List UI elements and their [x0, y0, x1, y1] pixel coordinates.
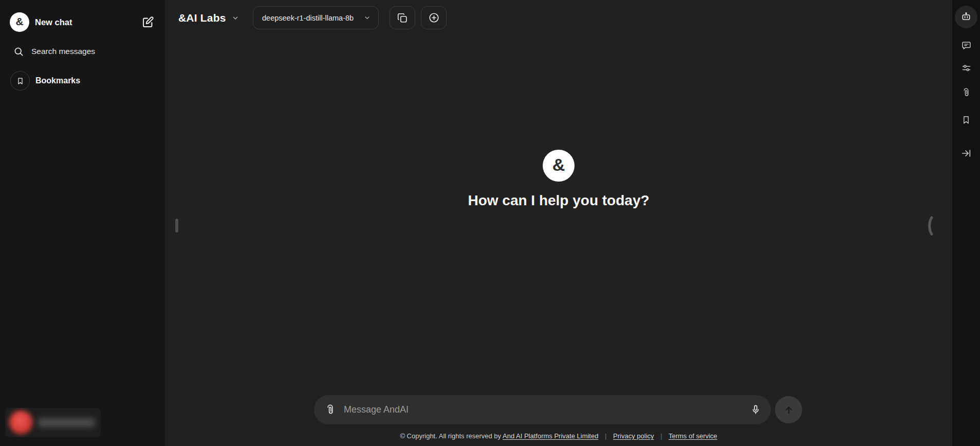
blurred-logo	[9, 411, 33, 434]
rail-attachments-button[interactable]	[955, 81, 977, 104]
model-selector-value: deepseek-r1-distill-llama-8b	[262, 14, 354, 22]
chevron-down-icon	[363, 14, 371, 22]
model-selector[interactable]: deepseek-r1-distill-llama-8b	[253, 6, 379, 29]
chat-main: &AI Labs deepseek-r1-distill-llama-8b	[165, 0, 952, 446]
skip-to-end-icon	[960, 148, 972, 159]
bookmark-circle	[10, 71, 30, 91]
microphone-icon	[750, 404, 762, 416]
footer-separator: |	[656, 432, 667, 440]
rail-settings-button[interactable]	[955, 57, 977, 79]
right-rail	[952, 0, 980, 446]
rail-conversations-button[interactable]	[955, 34, 977, 57]
paperclip-icon	[324, 404, 336, 416]
sliders-icon	[961, 63, 972, 74]
search-messages-button[interactable]: Search messages	[13, 45, 95, 58]
rail-bookmarks-button[interactable]	[955, 109, 977, 131]
search-messages-label: Search messages	[31, 47, 95, 56]
bookmarks-label: Bookmarks	[35, 76, 80, 85]
bookmark-icon	[961, 115, 971, 125]
attach-file-button[interactable]	[323, 403, 337, 417]
plus-circle-icon	[428, 12, 440, 24]
robot-icon	[960, 11, 972, 23]
message-input[interactable]	[344, 404, 744, 415]
new-conversation-button[interactable]	[421, 6, 447, 29]
rail-assistant-button[interactable]	[955, 6, 977, 28]
workspace-switcher[interactable]: &AI Labs	[178, 8, 239, 28]
new-chat-label: New chat	[35, 17, 72, 27]
chevron-down-icon	[231, 14, 239, 22]
arrow-up-icon	[783, 404, 795, 416]
bookmarks-button[interactable]: Bookmarks	[10, 71, 80, 91]
company-link[interactable]: And AI Platforms Private Limited	[503, 432, 598, 440]
copyright-text: © Copyright. All rights reserved by	[400, 432, 501, 440]
search-icon	[13, 46, 24, 57]
app-window: & New chat Search messages	[0, 0, 980, 446]
copy-icon	[397, 12, 408, 24]
new-chat-button[interactable]: & New chat	[10, 12, 72, 32]
paperclip-icon	[961, 87, 971, 98]
footer-separator: |	[600, 432, 611, 440]
left-sidebar: & New chat Search messages	[0, 0, 165, 446]
logo-glyph: &	[15, 15, 23, 28]
panel-collapse-handle[interactable]	[927, 216, 933, 236]
sidebar-resize-handle[interactable]	[175, 219, 178, 233]
privacy-policy-link[interactable]: Privacy policy	[613, 432, 654, 440]
message-composer	[314, 395, 771, 424]
compose-icon	[141, 15, 155, 29]
workspace-name: &AI Labs	[178, 12, 226, 24]
blurred-text	[38, 418, 95, 427]
bookmark-icon	[16, 77, 25, 85]
rail-collapse-button[interactable]	[955, 142, 977, 165]
assistant-logo-avatar: &	[543, 150, 575, 182]
app-logo-avatar: &	[10, 12, 29, 32]
redacted-brand-badge[interactable]	[5, 408, 101, 437]
chat-bubble-icon	[961, 40, 972, 51]
send-button[interactable]	[775, 396, 802, 423]
greeting-heading: How can I help you today?	[468, 192, 649, 209]
copy-chat-button[interactable]	[390, 6, 415, 29]
terms-of-service-link[interactable]: Terms of service	[669, 432, 717, 440]
empty-state: & How can I help you today?	[165, 150, 952, 209]
compose-new-chat-button[interactable]	[139, 13, 156, 31]
footer: © Copyright. All rights reserved by And …	[165, 432, 952, 440]
logo-glyph: &	[552, 155, 565, 175]
voice-input-button[interactable]	[749, 403, 763, 417]
